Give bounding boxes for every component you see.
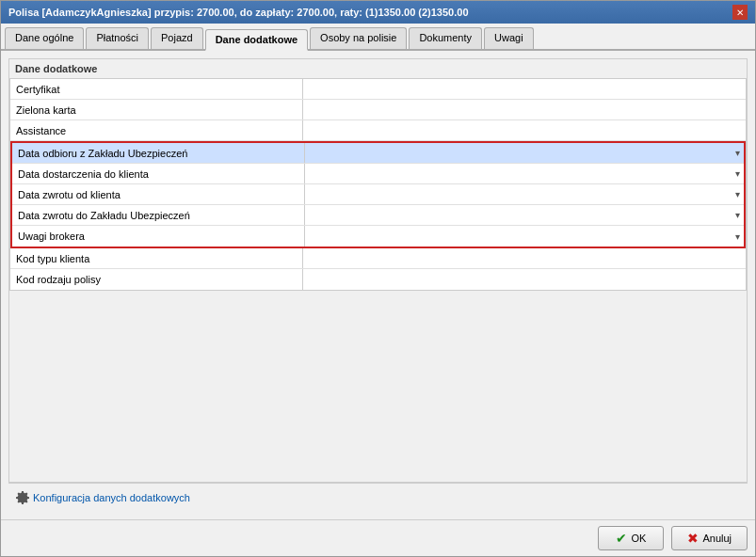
dane-dodatkowe-panel: Dane dodatkowe Certyfikat Zielona karta … xyxy=(8,58,748,483)
value-zielona-karta[interactable] xyxy=(302,100,746,119)
value-kod-typu-klienta[interactable] xyxy=(302,248,746,268)
title-text: Polisa [AdamczykAgnieszka] przypis: 2700… xyxy=(8,7,469,18)
tabs-bar: Dane ogólne Płatności Pojazd Dane dodatk… xyxy=(1,24,755,51)
value-data-zwrotu-od[interactable] xyxy=(304,184,744,204)
row-kod-rodzaju-polisy: Kod rodzaju polisy xyxy=(10,269,746,290)
label-zielona-karta: Zielona karta xyxy=(10,100,302,119)
row-zielona-karta: Zielona karta xyxy=(10,100,746,120)
main-window: Polisa [AdamczykAgnieszka] przypis: 2700… xyxy=(0,0,756,557)
tab-osoby-na-polisie[interactable]: Osoby na polisie xyxy=(310,27,407,49)
config-link-label: Konfiguracja danych dodatkowych xyxy=(33,492,190,503)
row-data-zwrotu-do[interactable]: Data zwrotu do Zakładu Ubezpieczeń xyxy=(12,205,744,226)
row-data-zwrotu-od[interactable]: Data zwrotu od klienta xyxy=(12,184,744,205)
tab-dokumenty[interactable]: Dokumenty xyxy=(409,27,482,49)
highlighted-group: Data odbioru z Zakładu Ubezpieczeń Data … xyxy=(10,141,746,248)
value-uwagi-brokera[interactable] xyxy=(304,226,744,247)
tab-platnosci[interactable]: Płatności xyxy=(86,27,149,49)
ok-icon: ✔ xyxy=(616,531,627,546)
row-data-dostarczenia[interactable]: Data dostarczenia do klienta xyxy=(12,164,744,184)
data-table: Certyfikat Zielona karta Assistance Data… xyxy=(9,78,747,291)
row-kod-typu-klienta: Kod typu klienta xyxy=(10,248,746,269)
row-uwagi-brokera[interactable]: Uwagi brokera xyxy=(12,226,744,247)
cancel-icon: ✖ xyxy=(687,531,699,546)
value-data-dostarczenia[interactable] xyxy=(304,164,744,183)
label-kod-typu-klienta: Kod typu klienta xyxy=(10,248,302,268)
value-assistance[interactable] xyxy=(302,120,746,140)
tab-dane-dodatkowe[interactable]: Dane dodatkowe xyxy=(205,29,308,51)
ok-button[interactable]: ✔ OK xyxy=(598,526,664,550)
content-area: Dane dodatkowe Certyfikat Zielona karta … xyxy=(1,51,755,519)
close-button[interactable]: ✕ xyxy=(732,5,748,20)
row-data-odbioru[interactable]: Data odbioru z Zakładu Ubezpieczeń xyxy=(12,143,744,164)
label-uwagi-brokera: Uwagi brokera xyxy=(12,226,304,247)
value-data-odbioru[interactable] xyxy=(304,143,744,163)
gear-icon xyxy=(16,491,29,504)
bottom-buttons: ✔ OK ✖ Anuluj xyxy=(1,519,755,556)
value-data-zwrotu-do[interactable] xyxy=(304,205,744,225)
footer: Konfiguracja danych dodatkowych xyxy=(8,483,748,512)
cancel-label: Anuluj xyxy=(702,533,732,544)
row-certyfikat: Certyfikat xyxy=(10,79,746,100)
label-data-odbioru: Data odbioru z Zakładu Ubezpieczeń xyxy=(12,143,304,163)
cancel-button[interactable]: ✖ Anuluj xyxy=(671,526,748,550)
label-kod-rodzaju-polisy: Kod rodzaju polisy xyxy=(10,269,302,290)
label-certyfikat: Certyfikat xyxy=(10,79,302,99)
ok-label: OK xyxy=(631,533,646,544)
label-data-dostarczenia: Data dostarczenia do klienta xyxy=(12,164,304,183)
row-assistance: Assistance xyxy=(10,120,746,141)
title-bar: Polisa [AdamczykAgnieszka] przypis: 2700… xyxy=(1,1,755,24)
label-data-zwrotu-do: Data zwrotu do Zakładu Ubezpieczeń xyxy=(12,205,304,225)
tab-uwagi[interactable]: Uwagi xyxy=(484,27,534,49)
label-data-zwrotu-od: Data zwrotu od klienta xyxy=(12,184,304,204)
value-kod-rodzaju-polisy[interactable] xyxy=(302,269,746,290)
tab-pojazd[interactable]: Pojazd xyxy=(151,27,203,49)
tab-dane-ogolne[interactable]: Dane ogólne xyxy=(5,27,84,49)
value-certyfikat[interactable] xyxy=(302,79,746,99)
config-link[interactable]: Konfiguracja danych dodatkowych xyxy=(16,491,190,504)
panel-title: Dane dodatkowe xyxy=(9,59,747,78)
label-assistance: Assistance xyxy=(10,120,302,140)
